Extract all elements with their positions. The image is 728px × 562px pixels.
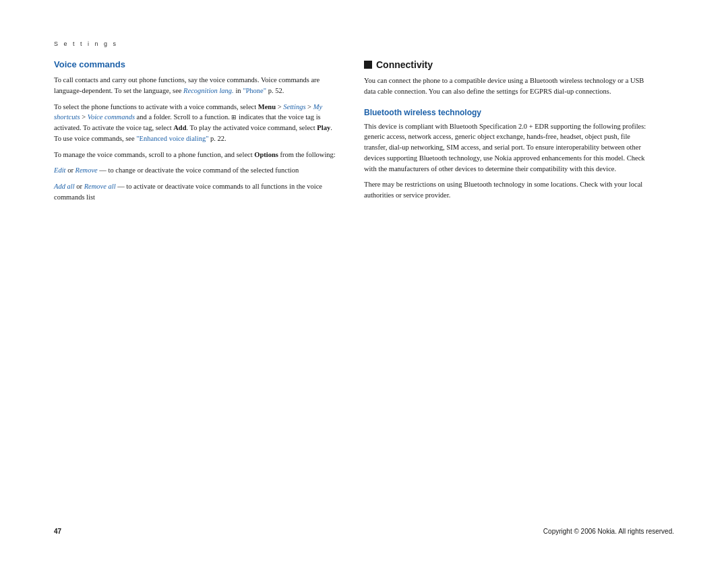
voice-para1-mid: in: [234, 87, 243, 94]
voice-para2-play-intro: . To play the activated voice command, s…: [186, 124, 317, 131]
voice-commands-title: Voice commands: [54, 59, 337, 69]
voice-item2: Add all or Remove all — to activate or d…: [54, 181, 337, 203]
voice-para3: To manage the voice commands, scroll to …: [54, 150, 337, 160]
page: S e t t i n g s Voice commands To call c…: [0, 0, 728, 562]
menu-bold: Menu: [258, 103, 276, 111]
footer: 47 Copyright © 2006 Nokia. All rights re…: [54, 528, 674, 535]
voice-para3-start: To manage the voice commands, scroll to …: [54, 151, 254, 158]
settings-link[interactable]: Settings: [283, 103, 305, 111]
voice-item1-desc: — to change or deactivate the voice comm…: [98, 166, 299, 174]
page-number: 47: [54, 528, 61, 535]
voice-para2: To select the phone functions to activat…: [54, 102, 337, 144]
voice-para2-gt2: >: [305, 103, 313, 111]
voice-para2-page: p. 22.: [208, 135, 226, 142]
voice-para1: To call contacts and carry out phone fun…: [54, 75, 337, 96]
enhanced-voice-dialing-link[interactable]: "Enhanced voice dialing": [136, 135, 208, 142]
voice-para2-and-folder: and a folder. Scroll to a function.: [135, 113, 231, 121]
voice-para1-end: p. 52.: [266, 87, 284, 94]
connectivity-title-text: Connectivity: [376, 59, 433, 70]
connectivity-square-icon: [364, 61, 372, 69]
connectivity-section-title: Connectivity: [364, 59, 647, 70]
bluetooth-para2: There may be restrictions on using Bluet…: [364, 179, 647, 201]
settings-label: S e t t i n g s: [54, 40, 674, 47]
add-bold: Add: [173, 124, 186, 131]
voice-para2-gt3: >: [80, 113, 88, 121]
voice-commands-link[interactable]: Voice commands: [88, 113, 135, 121]
phone-link[interactable]: "Phone": [243, 87, 266, 94]
remove-link[interactable]: Remove: [75, 166, 98, 174]
voice-item1: Edit or Remove — to change or deactivate…: [54, 165, 337, 176]
copyright-text: Copyright © 2006 Nokia. All rights reser…: [543, 528, 674, 535]
options-bold: Options: [254, 151, 278, 158]
content-area: Voice commands To call contacts and carr…: [54, 59, 674, 208]
voice-para2-gt1: >: [276, 103, 283, 111]
bluetooth-title: Bluetooth wireless technology: [364, 108, 647, 117]
left-column: Voice commands To call contacts and carr…: [54, 59, 337, 208]
connectivity-para: You can connect the phone to a compatibl…: [364, 75, 647, 97]
voice-item2-or: or: [75, 183, 84, 190]
edit-link[interactable]: Edit: [54, 166, 66, 174]
recognition-lang-link[interactable]: Recognition lang.: [183, 87, 234, 94]
bluetooth-para1: This device is compliant with Bluetooth …: [364, 121, 647, 175]
voice-para3-end: from the following:: [278, 151, 336, 158]
play-bold: Play: [317, 124, 330, 131]
voice-para2-start: To select the phone functions to activat…: [54, 103, 258, 111]
voice-item1-or: or: [66, 166, 75, 174]
remove-all-link[interactable]: Remove all: [84, 183, 116, 190]
add-all-link[interactable]: Add all: [54, 183, 75, 190]
right-column: Connectivity You can connect the phone t…: [364, 59, 647, 208]
